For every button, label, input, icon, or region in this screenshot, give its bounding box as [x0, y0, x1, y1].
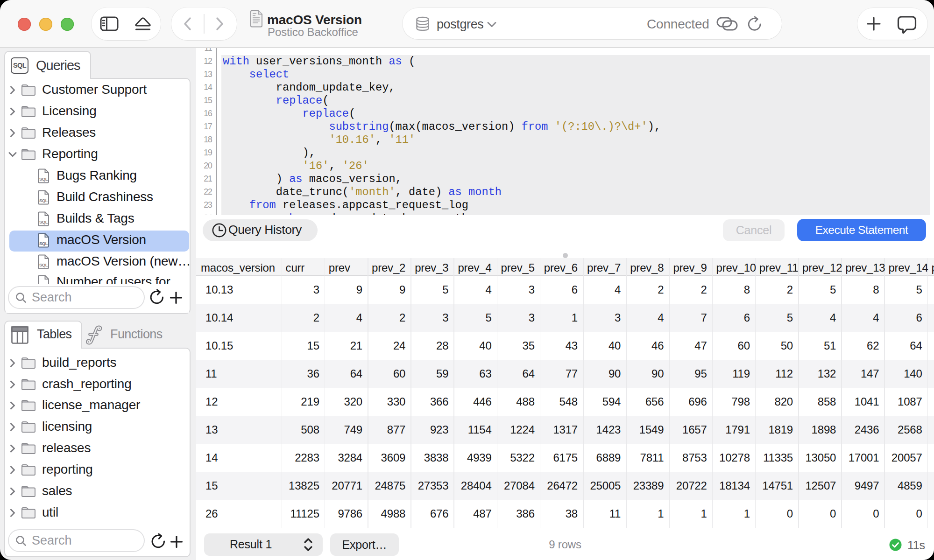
svg-text:SQL: SQL	[39, 176, 48, 182]
svg-text:SQL: SQL	[39, 219, 48, 224]
svg-text:SQL: SQL	[39, 198, 48, 203]
svg-text:SQL: SQL	[39, 262, 48, 267]
svg-text:SQL: SQL	[39, 241, 48, 246]
